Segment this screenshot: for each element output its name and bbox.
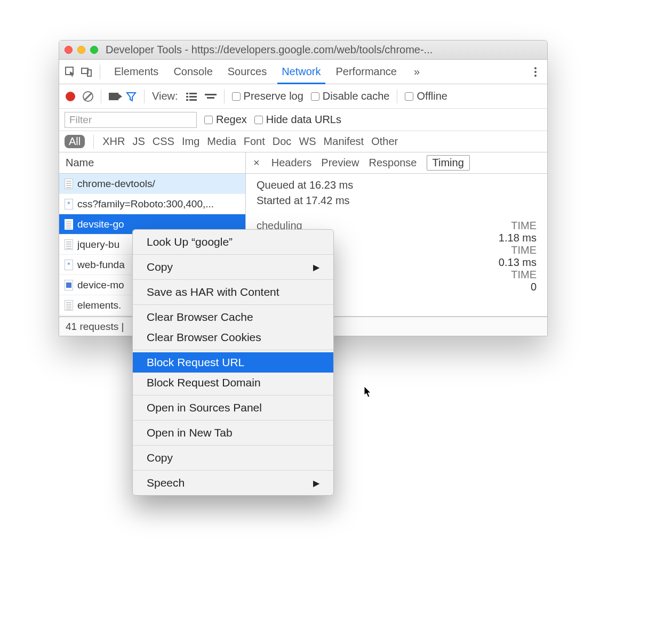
tab-console[interactable]: Console xyxy=(166,60,220,84)
divider xyxy=(224,90,225,103)
context-menu: Look Up “google”Copy▶Save as HAR with Co… xyxy=(132,229,334,496)
name-column-header[interactable]: Name xyxy=(59,152,245,174)
menu-item[interactable]: Speech▶ xyxy=(133,473,333,493)
type-filter-img[interactable]: Img xyxy=(182,135,199,148)
inspect-icon[interactable] xyxy=(63,65,77,79)
request-row[interactable]: css?family=Roboto:300,400,... xyxy=(59,194,245,214)
file-icon xyxy=(65,280,73,290)
minimize-window-button[interactable] xyxy=(77,46,85,54)
type-filter-font[interactable]: Font xyxy=(244,135,265,148)
divider xyxy=(93,135,94,149)
traffic-lights xyxy=(65,46,98,54)
request-name: elements. xyxy=(77,300,121,311)
submenu-arrow-icon: ▶ xyxy=(313,478,319,488)
type-filter-css[interactable]: CSS xyxy=(153,135,174,148)
regex-label: Regex xyxy=(216,114,247,126)
kebab-menu-icon[interactable] xyxy=(528,67,543,77)
tab-sources[interactable]: Sources xyxy=(220,60,274,84)
divider xyxy=(397,90,397,103)
detail-tab-headers[interactable]: Headers xyxy=(271,157,312,169)
menu-item-label: Clear Browser Cookies xyxy=(147,331,261,344)
request-row[interactable]: chrome-devtools/ xyxy=(59,174,245,194)
type-filter-ws[interactable]: WS xyxy=(299,135,316,148)
list-view-icon[interactable] xyxy=(186,92,197,101)
request-name: jquery-bu xyxy=(77,239,119,251)
menu-separator xyxy=(133,470,333,471)
hide-data-urls-checkbox[interactable]: Hide data URLs xyxy=(254,114,341,126)
tab-network[interactable]: Network xyxy=(274,60,328,84)
close-detail-icon[interactable]: × xyxy=(251,156,262,170)
menu-item-label: Speech xyxy=(147,476,185,489)
menu-item[interactable]: Block Request URL xyxy=(133,352,333,373)
titlebar[interactable]: Developer Tools - https://developers.goo… xyxy=(59,41,547,60)
overview-icon[interactable] xyxy=(205,92,217,101)
detail-tab-response[interactable]: Response xyxy=(369,157,417,169)
window-title: Developer Tools - https://developers.goo… xyxy=(106,44,433,56)
disable-cache-label: Disable cache xyxy=(323,90,390,102)
preserve-log-checkbox[interactable]: Preserve log xyxy=(232,90,303,102)
menu-item[interactable]: Save as HAR with Content xyxy=(133,282,333,302)
offline-checkbox[interactable]: Offline xyxy=(405,90,447,102)
request-name: css?family=Roboto:300,400,... xyxy=(77,198,214,210)
file-icon xyxy=(65,219,73,230)
record-button[interactable] xyxy=(66,92,75,101)
file-icon xyxy=(65,179,73,189)
divider xyxy=(100,64,100,79)
tab-elements[interactable]: Elements xyxy=(107,60,166,84)
svg-rect-6 xyxy=(189,96,197,98)
hide-data-urls-label: Hide data URLs xyxy=(266,114,341,126)
file-icon xyxy=(65,199,73,209)
menu-separator xyxy=(133,420,333,421)
menu-item[interactable]: Open in Sources Panel xyxy=(133,398,333,418)
zoom-window-button[interactable] xyxy=(90,46,98,54)
view-label: View: xyxy=(152,90,178,102)
regex-checkbox[interactable]: Regex xyxy=(204,114,247,126)
menu-item[interactable]: Open in New Tab xyxy=(133,423,333,443)
request-name: device-mo xyxy=(77,279,124,291)
detail-tab-timing[interactable]: Timing xyxy=(427,155,470,171)
cursor-icon xyxy=(364,386,373,398)
menu-separator xyxy=(133,279,333,280)
menu-item-label: Clear Browser Cache xyxy=(147,311,253,324)
type-filters: AllXHRJSCSSImgMediaFontDocWSManifestOthe… xyxy=(59,131,547,152)
timing-value: 0.13 ms xyxy=(499,256,537,269)
menu-item[interactable]: Copy xyxy=(133,448,333,468)
network-toolbar: View: Preserve log Disable cache Offline xyxy=(59,84,547,109)
filter-bar: Filter Regex Hide data URLs xyxy=(59,109,547,131)
type-filter-media[interactable]: Media xyxy=(207,135,236,148)
menu-item[interactable]: Copy▶ xyxy=(133,257,333,277)
menu-item[interactable]: Look Up “google” xyxy=(133,232,333,252)
disable-cache-checkbox[interactable]: Disable cache xyxy=(311,90,390,102)
submenu-arrow-icon: ▶ xyxy=(313,262,319,272)
camera-icon[interactable] xyxy=(109,93,118,100)
detail-tab-preview[interactable]: Preview xyxy=(321,157,359,169)
menu-item[interactable]: Clear Browser Cookies xyxy=(133,327,333,348)
menu-item[interactable]: Block Request Domain xyxy=(133,373,333,393)
divider xyxy=(144,90,145,103)
menu-item-label: Look Up “google” xyxy=(147,236,233,248)
menu-separator xyxy=(133,395,333,395)
tab-performance[interactable]: Performance xyxy=(329,60,405,84)
device-toggle-icon[interactable] xyxy=(79,65,93,79)
menu-item-label: Block Request Domain xyxy=(147,376,261,389)
menu-item-label: Block Request URL xyxy=(147,356,244,369)
type-filter-all[interactable]: All xyxy=(65,135,85,148)
clear-icon[interactable] xyxy=(83,91,93,102)
filter-icon[interactable] xyxy=(126,91,137,102)
filter-input[interactable]: Filter xyxy=(65,112,197,128)
svg-rect-9 xyxy=(205,94,217,95)
menu-item-label: Copy xyxy=(147,451,173,464)
close-window-button[interactable] xyxy=(65,46,73,54)
menu-item-label: Open in New Tab xyxy=(147,426,233,439)
type-filter-doc[interactable]: Doc xyxy=(273,135,292,148)
type-filter-js[interactable]: JS xyxy=(132,135,145,148)
type-filter-manifest[interactable]: Manifest xyxy=(324,135,364,148)
file-icon xyxy=(65,260,73,270)
overflow-chevron-icon[interactable]: » xyxy=(410,66,424,78)
type-filter-xhr[interactable]: XHR xyxy=(102,135,125,148)
menu-item-label: Copy xyxy=(147,261,173,273)
request-name: chrome-devtools/ xyxy=(77,178,155,190)
request-name: web-funda xyxy=(77,259,125,271)
type-filter-other[interactable]: Other xyxy=(371,135,398,148)
menu-item[interactable]: Clear Browser Cache xyxy=(133,307,333,327)
